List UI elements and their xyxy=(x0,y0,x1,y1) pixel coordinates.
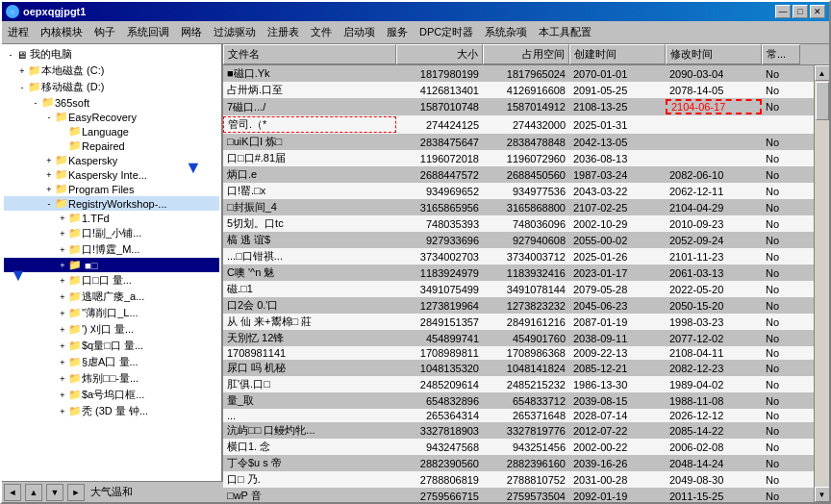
expand-sub1[interactable]: + xyxy=(58,229,67,239)
expand-sub12[interactable]: + xyxy=(58,407,67,416)
tree-item-repaired[interactable]: 📁 Repaired xyxy=(4,139,219,153)
expand-d[interactable]: - xyxy=(17,83,27,92)
minimize-button[interactable]: — xyxy=(775,5,791,18)
tree-item-sub1[interactable]: + 📁 口!副_小铺... xyxy=(4,225,219,241)
menu-misc[interactable]: 系统杂项 xyxy=(479,23,533,41)
scrollbar-thumb[interactable] xyxy=(816,82,829,120)
expand-1tfd[interactable]: + xyxy=(58,214,67,223)
tree-item-kasp[interactable]: + 📁 Kaspersky xyxy=(4,153,219,167)
tree-item-kaspi[interactable]: + 📁 Kaspersky Inte... xyxy=(4,167,219,182)
nav-next[interactable]: ► xyxy=(67,484,85,501)
table-row[interactable]: 天別忆 12锋 454899741 454901760 2038-09-11 2… xyxy=(223,330,814,346)
col-header-used[interactable]: 占用空间 xyxy=(483,44,569,64)
menu-startup[interactable]: 启动项 xyxy=(338,23,381,41)
col-header-modified[interactable]: 修改时间 xyxy=(666,44,762,64)
scroll-down-btn[interactable]: ▼ xyxy=(815,487,830,502)
tree-item-c[interactable]: + 📁 本地磁盘 (C:) xyxy=(4,63,219,79)
tree-item-d[interactable]: - 📁 移动磁盘 (D:) xyxy=(4,79,219,95)
table-row[interactable]: 从 仙 来+鬻棉□ 莊 2849151357 2849161216 2087-0… xyxy=(223,314,814,330)
expand-sub9[interactable]: + xyxy=(58,358,67,367)
tree-item-lang[interactable]: 📁 Language xyxy=(4,124,219,139)
expand-sub3[interactable]: + xyxy=(58,261,67,270)
col-header-created[interactable]: 创建时间 xyxy=(569,44,666,64)
tree-item-365soft[interactable]: - 📁 365soft xyxy=(4,95,219,110)
menu-dpc[interactable]: DPC定时器 xyxy=(414,23,479,41)
table-row[interactable]: 1708981141 1708989811 1708986368 2009-22… xyxy=(223,346,814,360)
tree-item-sub3[interactable]: + 📁 ■□ xyxy=(4,258,219,272)
table-row[interactable]: □uiK囗Ⅰ 炼□ 2838475647 2838478848 2042-13-… xyxy=(223,134,814,150)
tree-item-regwork[interactable]: - 📁 RegistryWorkshop-... xyxy=(4,196,219,211)
table-row[interactable]: 量_取 654832896 654833712 2039-08-15 1988-… xyxy=(223,392,814,409)
table-row[interactable]: 丁令$u s 帝 2882390560 2882396160 2039-16-2… xyxy=(223,455,814,471)
col-header-attr[interactable]: 常... xyxy=(762,44,800,64)
tree-item-sub2[interactable]: + 📁 口!博霆_M... xyxy=(4,241,219,258)
scrollbar-vertical[interactable]: ▲ ▼ xyxy=(814,65,829,502)
table-row[interactable]: ... 265364314 265371648 2028-07-14 2026-… xyxy=(223,409,814,422)
table-row[interactable]: 口2会 0.'口 1273819964 1273823232 2045-06-2… xyxy=(223,297,814,314)
table-row[interactable]: 7磁口.../ 1587010748 1587014912 2108-13-25… xyxy=(223,98,814,115)
table-row[interactable]: 尿口 吗 机秘 1048135320 1048141824 2085-12-21… xyxy=(223,360,814,376)
table-row[interactable]: ■磁口.Yk 1817980199 1817965024 2070-01-01 … xyxy=(223,65,814,82)
expand-sub4[interactable]: + xyxy=(58,276,67,286)
tree-item-mypc[interactable]: - 🖥 我的电脑 xyxy=(4,46,219,63)
expand-kaspi[interactable]: + xyxy=(44,170,54,180)
menu-syscallback[interactable]: 系统回调 xyxy=(121,23,175,41)
nav-up[interactable]: ▲ xyxy=(25,484,42,501)
tree-item-progfiles[interactable]: + 📁 Program Files xyxy=(4,182,219,196)
table-row[interactable]: 槁 逃 谊$ 927933696 927940608 2055-00-02 20… xyxy=(223,232,814,248)
tree-item-sub10[interactable]: + 📁 炜别□□-量... xyxy=(4,370,219,387)
col-header-size[interactable]: 大小 xyxy=(396,44,483,64)
expand-mypc[interactable]: - xyxy=(6,50,15,60)
expand-c[interactable]: + xyxy=(17,66,27,76)
tree-item-sub5[interactable]: + 📁 逃嗯广痿_a... xyxy=(4,289,219,305)
table-row[interactable]: 沆屿□□ 口鳗灼牝... 3327818903 3327819776 2012-… xyxy=(223,422,814,439)
tree-item-sub9[interactable]: + 📁 §虐A囗 量... xyxy=(4,354,219,370)
table-row[interactable]: ...□口钳祺... 3734002703 3734003712 2025-01… xyxy=(223,248,814,265)
table-row[interactable]: C噢 '^n 魅 1183924979 1183932416 2023-01-1… xyxy=(223,265,814,281)
expand-sub8[interactable]: + xyxy=(58,341,67,351)
tree-item-sub6[interactable]: + 📁 ''薄削口_L... xyxy=(4,305,219,321)
expand-365soft[interactable]: - xyxy=(31,98,40,108)
expand-kasp[interactable]: + xyxy=(44,156,54,165)
tree-item-sub7[interactable]: + 📁 ') 刈口 量... xyxy=(4,321,219,338)
expand-sub2[interactable]: + xyxy=(58,245,67,255)
table-row[interactable]: □封振间_4 3165865956 3165868800 2107-02-25 … xyxy=(223,199,814,215)
maximize-button[interactable]: □ xyxy=(793,5,808,18)
table-row[interactable]: 口□ 乃. 2788806819 2788810752 2031-00-28 2… xyxy=(223,471,814,488)
tree-item-easyrec[interactable]: - 📁 EasyRecovery xyxy=(4,110,219,124)
table-row[interactable]: 横口1. 念 943247568 943251456 2002-00-22 20… xyxy=(223,439,814,455)
menu-filter[interactable]: 过滤驱动 xyxy=(208,23,262,41)
expand-progfiles[interactable]: + xyxy=(44,185,54,194)
expand-lang[interactable] xyxy=(58,127,67,137)
expand-sub11[interactable]: + xyxy=(58,391,67,400)
expand-sub10[interactable]: + xyxy=(58,374,67,384)
tree-item-1tfd[interactable]: + 📁 1.TFd xyxy=(4,211,219,225)
nav-down[interactable]: ▼ xyxy=(46,484,63,501)
menu-config[interactable]: 本工具配置 xyxy=(533,23,597,41)
tree-item-sub11[interactable]: + 📁 $a号坞口框... xyxy=(4,387,219,403)
menu-process[interactable]: 进程 xyxy=(2,23,35,41)
expand-regwork[interactable]: - xyxy=(44,199,54,209)
menu-service[interactable]: 服务 xyxy=(381,23,414,41)
expand-sub6[interactable]: + xyxy=(58,309,67,318)
table-row[interactable]: 口!罂.□x 934969652 934977536 2043-03-22 20… xyxy=(223,183,814,199)
menu-hook[interactable]: 钩子 xyxy=(88,23,121,41)
menu-kernel[interactable]: 内核模块 xyxy=(35,23,88,41)
table-row[interactable]: 管司.（* 274424125 274432000 2025-01-31 xyxy=(223,115,814,134)
menu-file[interactable]: 文件 xyxy=(305,23,338,41)
expand-repaired[interactable] xyxy=(58,141,67,151)
scroll-up-btn[interactable]: ▲ xyxy=(815,65,830,81)
nav-prev[interactable]: ◄ xyxy=(4,484,21,501)
table-row[interactable]: 口□口#.81届 1196072018 1196072960 2036-08-1… xyxy=(223,150,814,166)
table-row[interactable]: 炳口.e 2688447572 2688450560 1987-03-24 20… xyxy=(223,166,814,183)
tree-item-sub12[interactable]: + 📁 秃 (3D 量 钟... xyxy=(4,403,219,419)
table-row[interactable]: 5切划。口tc 748035393 748036096 2002-10-29 2… xyxy=(223,215,814,232)
menu-network[interactable]: 网络 xyxy=(175,23,208,41)
tree-item-sub4[interactable]: + 📁 口□口 量... xyxy=(4,272,219,289)
table-row[interactable]: 占卅炳.口至 4126813401 4126916608 2091-05-25 … xyxy=(223,82,814,98)
table-row[interactable]: □wP 音 2759566715 2759573504 2092-01-19 2… xyxy=(223,488,814,502)
expand-easyrec[interactable]: - xyxy=(44,113,54,122)
table-row[interactable]: 肛'俱.口□ 2485209614 2485215232 1986-13-30 … xyxy=(223,376,814,392)
expand-sub7[interactable]: + xyxy=(58,325,67,335)
table-row[interactable]: 磁.□1 3491075499 3491078144 2079-05-28 20… xyxy=(223,281,814,297)
